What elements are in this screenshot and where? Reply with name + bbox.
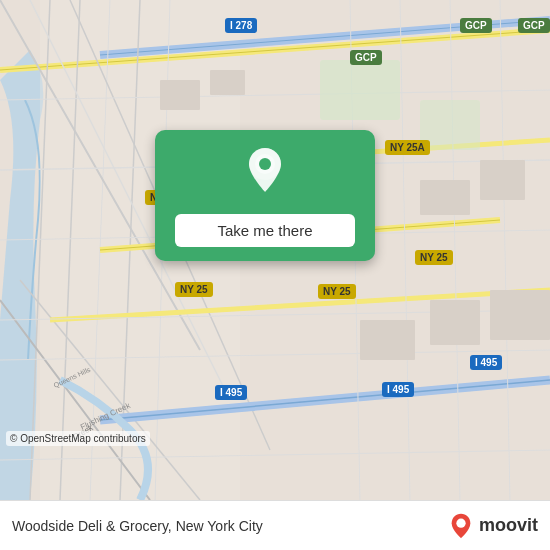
- road-badge-ny25a: NY 25A: [385, 140, 430, 155]
- svg-point-32: [456, 518, 465, 527]
- svg-rect-26: [490, 290, 550, 340]
- map-container: Creek Flushing Creek Queens Hills I 278 …: [0, 0, 550, 500]
- moovit-brand-text: moovit: [479, 515, 538, 536]
- place-name: Woodside Deli & Grocery, New York City: [12, 518, 263, 534]
- take-me-there-button[interactable]: Take me there: [175, 214, 355, 247]
- road-badge-gcp1: GCP: [350, 50, 382, 65]
- moovit-pin-icon: [447, 512, 475, 540]
- osm-attribution: © OpenStreetMap contributors: [6, 431, 150, 446]
- svg-rect-18: [320, 60, 400, 120]
- road-badge-i495-center: I 495: [382, 382, 414, 397]
- road-badge-i495-right: I 495: [470, 355, 502, 370]
- location-pin-icon: [245, 146, 285, 198]
- svg-rect-20: [160, 80, 200, 110]
- road-badge-i495-left: I 495: [215, 385, 247, 400]
- road-badge-gcp3: GCP: [518, 18, 550, 33]
- road-badge-i278: I 278: [225, 18, 257, 33]
- road-badge-ny25-lower: NY 25: [175, 282, 213, 297]
- road-badge-ny25-right: NY 25: [415, 250, 453, 265]
- navigation-card: Take me there: [155, 130, 375, 261]
- svg-rect-25: [430, 300, 480, 345]
- svg-rect-23: [480, 160, 525, 200]
- svg-rect-21: [210, 70, 245, 95]
- road-badge-gcp2: GCP: [460, 18, 492, 33]
- bottom-bar: Woodside Deli & Grocery, New York City m…: [0, 500, 550, 550]
- moovit-logo: moovit: [447, 512, 538, 540]
- svg-rect-24: [360, 320, 415, 360]
- svg-rect-22: [420, 180, 470, 215]
- road-badge-ny25-center: NY 25: [318, 284, 356, 299]
- svg-point-31: [259, 158, 271, 170]
